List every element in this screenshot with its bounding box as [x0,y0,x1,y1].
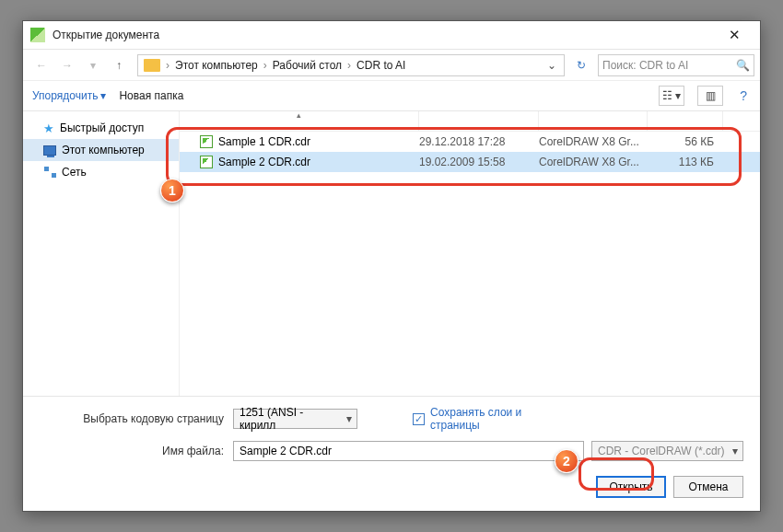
filename-input[interactable]: Sample 2 CDR.cdr [233,441,584,461]
dialog-title: Открытие документа [53,29,716,41]
cdr-file-icon [200,135,213,148]
organize-menu[interactable]: Упорядочить▾ [32,89,106,102]
help-button[interactable]: ? [736,88,751,103]
sidebar-item-quickaccess[interactable]: ★Быстрый доступ [23,117,179,139]
toolbar: Упорядочить▾ Новая папка ☷ ▾ ▥ ? [23,80,760,111]
nav-forward-button[interactable]: → [54,53,80,77]
cancel-button[interactable]: Отмена [673,476,743,498]
app-icon [30,28,45,42]
preserve-layers-checkbox[interactable]: ✓ Сохранять слои и страницы [413,406,550,432]
breadcrumb-folder[interactable]: CDR to AI [353,59,409,72]
file-list: Sample 1 CDR.cdr 29.12.2018 17:28 CorelD… [180,132,760,172]
checkmark-icon: ✓ [413,413,425,425]
sidebar: ★Быстрый доступ Этот компьютер Сеть [23,111,180,396]
sort-ascending-icon: ▴ [297,110,301,120]
new-folder-button[interactable]: Новая папка [119,89,183,102]
filetype-select[interactable]: CDR - CorelDRAW (*.cdr) [591,441,743,461]
breadcrumb-pc[interactable]: Этот компьютер [171,59,262,72]
view-mode-button[interactable]: ☷ ▾ [659,86,684,106]
close-icon[interactable]: ✕ [716,27,753,43]
breadcrumb[interactable]: › Этот компьютер › Рабочий стол › CDR to… [137,54,565,76]
search-placeholder: Поиск: CDR to AI [602,59,688,72]
file-row[interactable]: Sample 2 CDR.cdr 19.02.2009 15:58 CorelD… [180,152,760,172]
refresh-button[interactable]: ↻ [570,59,592,72]
nav-recent-dropdown[interactable]: ▾ [80,53,106,77]
file-row[interactable]: Sample 1 CDR.cdr 29.12.2018 17:28 CorelD… [180,132,760,152]
codepage-label: Выбрать кодовую страницу [40,412,233,425]
sidebar-item-thispc[interactable]: Этот компьютер [23,139,179,161]
column-date[interactable] [419,111,539,131]
open-button[interactable]: Открыть [596,476,666,498]
column-name[interactable]: ▴ [180,111,419,131]
file-pane: ▴ Sample 1 CDR.cdr 29.12.2018 17:28 Core… [180,111,760,396]
folder-icon [144,59,160,72]
titlebar: Открытие документа ✕ [23,21,760,49]
breadcrumb-dropdown-icon[interactable]: ⌄ [542,59,562,72]
open-file-dialog: Открытие документа ✕ ← → ▾ ↑ › Этот комп… [22,20,761,512]
chevron-down-icon: ▾ [100,89,106,102]
column-size[interactable] [648,111,723,131]
search-input[interactable]: Поиск: CDR to AI 🔍 [598,54,754,76]
pc-icon [43,145,56,156]
breadcrumb-desktop[interactable]: Рабочий стол [269,59,345,72]
cdr-file-icon [200,156,213,168]
nav-back-button[interactable]: ← [29,53,54,77]
codepage-select[interactable]: 1251 (ANSI - кирилл [233,409,357,429]
star-icon: ★ [43,121,54,135]
network-icon [43,167,56,178]
search-icon: 🔍 [736,59,750,72]
nav-bar: ← → ▾ ↑ › Этот компьютер › Рабочий стол … [23,49,760,80]
sidebar-item-network[interactable]: Сеть [23,161,179,183]
bottom-panel: Выбрать кодовую страницу 1251 (ANSI - ки… [23,396,760,511]
filename-label: Имя файла: [40,445,233,457]
nav-up-button[interactable]: ↑ [106,53,132,77]
preview-pane-button[interactable]: ▥ [697,86,723,106]
column-headers: ▴ [180,111,760,132]
column-type[interactable] [539,111,648,131]
